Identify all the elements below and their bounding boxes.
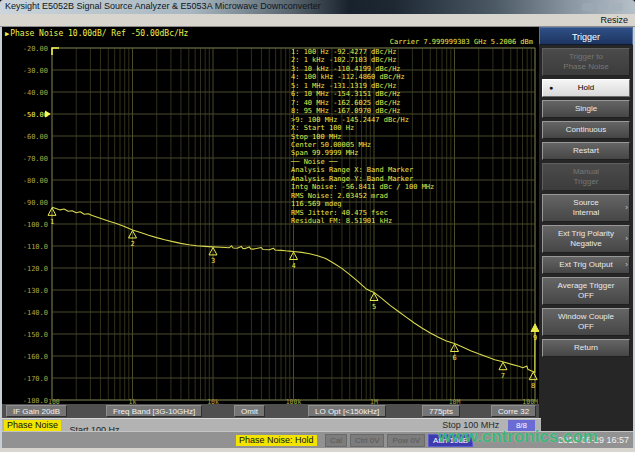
softkey-trigger-to: Trigger toPhase Noise bbox=[542, 48, 630, 76]
softkey-continuous[interactable]: Continuous bbox=[542, 121, 630, 139]
selected-bullet-icon: ● bbox=[549, 83, 553, 93]
chevron-right-icon: › bbox=[625, 260, 628, 270]
grid-corner-mark bbox=[52, 48, 59, 55]
svg-text:-140.0: -140.0 bbox=[23, 309, 48, 317]
svg-text:-20.00: -20.00 bbox=[23, 45, 48, 53]
status-cal: Cal bbox=[325, 434, 347, 447]
svg-text:4: 100 kHz -112.4860 dBc/Hz: 4: 100 kHz -112.4860 dBc/Hz bbox=[291, 73, 405, 81]
watermark: www.cntronics.com bbox=[438, 427, 634, 447]
svg-text:Carrier 7.999999383 GHz 5.20: Carrier 7.999999383 GHz 5.2006 dBm bbox=[390, 38, 533, 46]
svg-text:-90.00: -90.00 bbox=[23, 199, 48, 207]
svg-text:6: 10 MHz -154.3151 dBc/Hz: 6: 10 MHz -154.3151 dBc/Hz bbox=[291, 90, 401, 98]
svg-text:116.569 mdeg: 116.569 mdeg bbox=[291, 200, 342, 208]
softkey-manual: ManualTrigger bbox=[542, 163, 630, 191]
plot-canvas[interactable]: -20.00-30.00-40.00-50.00-60.00-70.00-80.… bbox=[2, 27, 539, 404]
softkey-single[interactable]: Single bbox=[542, 100, 630, 118]
svg-text:7: 7 bbox=[501, 372, 505, 380]
softkey-return[interactable]: Return bbox=[542, 339, 630, 357]
svg-text:Stop 100 MHz: Stop 100 MHz bbox=[291, 133, 342, 141]
minimize-button[interactable] bbox=[582, 3, 593, 11]
chevron-right-icon: › bbox=[625, 234, 628, 244]
marker-table: Carrier 7.999999383 GHz 5.2006 dBm 1: 10… bbox=[290, 38, 533, 225]
svg-text:Analysis Range X: Band Marker: Analysis Range X: Band Marker bbox=[291, 166, 413, 174]
softkey-menu: Trigger Trigger toPhase Noise●HoldSingle… bbox=[539, 27, 633, 432]
y-axis-labels: -20.00-30.00-40.00-50.00-60.00-70.00-80.… bbox=[23, 45, 48, 405]
svg-text:Intg Noise: -56.8411 dBc / 100: Intg Noise: -56.8411 dBc / 100 MHz bbox=[291, 183, 434, 191]
svg-text:2: 2 bbox=[130, 240, 134, 248]
window-title: Keysight E5052B Signal Source Analyzer &… bbox=[5, 1, 321, 11]
trace-header: ▶Phase Noise 10.00dB/ Ref -50.00dBc/Hz bbox=[5, 29, 188, 38]
status-ctrl-0v: Ctrl 0V bbox=[350, 434, 384, 447]
svg-text:RMS Noise: 2.03452 mrad: RMS Noise: 2.03452 mrad bbox=[291, 192, 388, 200]
svg-text:X: Start 100 Hz: X: Start 100 Hz bbox=[291, 124, 354, 132]
window-controls bbox=[582, 3, 623, 11]
softkey-restart[interactable]: Restart bbox=[542, 142, 630, 160]
svg-text:5: 1 MHz -131.1319 dBc/Hz: 5: 1 MHz -131.1319 dBc/Hz bbox=[291, 82, 396, 90]
window-frame-bottom bbox=[0, 448, 635, 452]
softkey-ext-trig-polarity[interactable]: Ext Trig PolarityNegative› bbox=[542, 225, 630, 253]
softkey-ext-trig-output[interactable]: Ext Trig Output› bbox=[542, 256, 630, 274]
trace-indicator-icon: ▶ bbox=[5, 30, 9, 38]
softkey-average-trigger[interactable]: Average TriggerOFF bbox=[542, 277, 630, 305]
svg-text:8: 95 MHz -167.0970 dBc/Hz: 8: 95 MHz -167.0970 dBc/Hz bbox=[291, 107, 401, 115]
svg-text:Residual FM: 8.51901 kHz: Residual FM: 8.51901 kHz bbox=[291, 217, 392, 225]
titlebar[interactable]: Keysight E5052B Signal Source Analyzer &… bbox=[0, 0, 635, 14]
svg-text:── Noise ──: ── Noise ── bbox=[290, 158, 338, 166]
svg-text:4: 4 bbox=[291, 262, 295, 270]
measurement-type-badge: Phase Noise bbox=[4, 420, 61, 431]
svg-text:Analysis Range Y: Band Marker: Analysis Range Y: Band Marker bbox=[291, 175, 413, 183]
svg-text:Span 99.9999 MHz: Span 99.9999 MHz bbox=[291, 149, 358, 157]
main-area: -20.00-30.00-40.00-50.00-60.00-70.00-80.… bbox=[2, 27, 633, 404]
svg-text:-170.0: -170.0 bbox=[23, 375, 48, 383]
close-button[interactable] bbox=[612, 3, 623, 11]
window-frame-left bbox=[0, 27, 2, 448]
svg-text:5: 5 bbox=[372, 303, 376, 311]
softkey-source[interactable]: SourceInternal› bbox=[542, 194, 630, 222]
svg-text:RMS Jitter: 40.475 fsec: RMS Jitter: 40.475 fsec bbox=[291, 209, 388, 217]
softkey-button-list: Trigger toPhase Noise●HoldSingleContinuo… bbox=[539, 48, 633, 357]
setting-freq-band-3g-10ghz-[interactable]: Freq Band [3G-10GHz] bbox=[106, 405, 202, 417]
chevron-right-icon: › bbox=[625, 203, 628, 213]
svg-text:-180.0: -180.0 bbox=[23, 397, 48, 405]
setting-omit[interactable]: Omit bbox=[234, 405, 265, 417]
svg-text:-60.00: -60.00 bbox=[23, 133, 48, 141]
svg-text:7: 40 MHz -162.6025 dBc/Hz: 7: 40 MHz -162.6025 dBc/Hz bbox=[291, 99, 401, 107]
setting-775pts[interactable]: 775pts bbox=[422, 405, 460, 417]
softkey-window-couple[interactable]: Window CoupleOFF bbox=[542, 308, 630, 336]
svg-text:-50.00: -50.00 bbox=[23, 111, 48, 119]
svg-text:-70.00: -70.00 bbox=[23, 155, 48, 163]
svg-text:6: 6 bbox=[452, 354, 456, 362]
menu-title: Trigger bbox=[539, 27, 633, 45]
maximize-button[interactable] bbox=[597, 3, 608, 11]
svg-text:-110.0: -110.0 bbox=[23, 243, 48, 251]
marker-8[interactable]: 8 bbox=[529, 372, 537, 390]
phase-noise-plot[interactable]: -20.00-30.00-40.00-50.00-60.00-70.00-80.… bbox=[2, 27, 539, 404]
svg-text:2: 1 kHz -102.7103 dBc/Hz: 2: 1 kHz -102.7103 dBc/Hz bbox=[291, 56, 396, 64]
resize-menu-item[interactable]: Resize bbox=[600, 15, 628, 25]
trace-scale-label: Phase Noise 10.00dB/ Ref -50.00dBc/Hz bbox=[10, 29, 188, 38]
status-pow-0v: Pow 0V bbox=[387, 434, 425, 447]
svg-text:-100.0: -100.0 bbox=[23, 221, 48, 229]
svg-text:-120.0: -120.0 bbox=[23, 265, 48, 273]
svg-text:-30.00: -30.00 bbox=[23, 67, 48, 75]
svg-text:-40.00: -40.00 bbox=[23, 89, 48, 97]
menubar: Resize bbox=[0, 14, 635, 27]
ref-level-arrow-icon bbox=[45, 111, 51, 118]
svg-text:3: 3 bbox=[211, 257, 215, 265]
svg-text:>9: 100 MHz -145.2447 dBc/Hz: >9: 100 MHz -145.2447 dBc/Hz bbox=[291, 116, 409, 124]
svg-text:1: 1 bbox=[50, 218, 54, 226]
softkey-hold[interactable]: ●Hold bbox=[542, 79, 630, 97]
svg-text:1: 100 Hz -92.4277 dBc/Hz: 1: 100 Hz -92.4277 dBc/Hz bbox=[291, 48, 396, 56]
svg-text:-160.0: -160.0 bbox=[23, 353, 48, 361]
setting-lo-opt-150khz-[interactable]: LO Opt [<150kHz] bbox=[308, 405, 386, 417]
app-window: Keysight E5052B Signal Source Analyzer &… bbox=[0, 0, 635, 452]
measurement-settings-bar: IF Gain 20dBFreq Band [3G-10GHz]OmitLO O… bbox=[2, 404, 541, 418]
svg-text:9: 9 bbox=[533, 334, 537, 342]
svg-text:8: 8 bbox=[531, 382, 535, 390]
svg-text:-150.0: -150.0 bbox=[23, 331, 48, 339]
svg-text:Center 50.00005 MHz: Center 50.00005 MHz bbox=[291, 141, 371, 149]
trigger-status-badge: Phase Noise: Hold bbox=[236, 435, 317, 446]
svg-text:-80.00: -80.00 bbox=[23, 177, 48, 185]
setting-if-gain-20db[interactable]: IF Gain 20dB bbox=[6, 405, 67, 417]
setting-corre-32[interactable]: Corre 32 bbox=[491, 405, 536, 417]
